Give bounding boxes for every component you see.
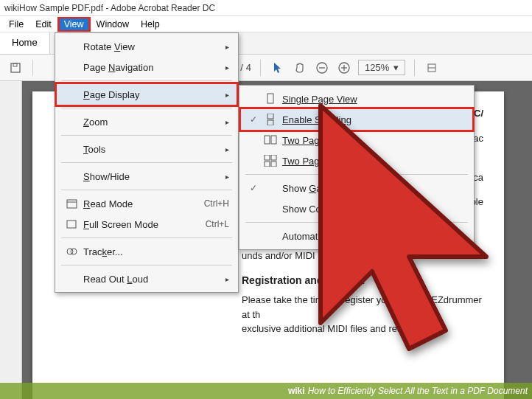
menu-zoom[interactable]: Zoom▸ bbox=[57, 111, 237, 132]
view-dropdown: Rotate View▸ Page Navigation▸ Page Displ… bbox=[55, 32, 239, 293]
submenu-enable-scrolling[interactable]: ✓ Enable Scrolling bbox=[241, 109, 472, 130]
svg-rect-0 bbox=[11, 63, 20, 72]
menu-show-hide[interactable]: Show/Hide▸ bbox=[57, 166, 237, 187]
menu-tools[interactable]: Tools▸ bbox=[57, 139, 237, 159]
svg-rect-20 bbox=[271, 155, 276, 160]
svg-rect-16 bbox=[267, 120, 273, 125]
submenu-single-page[interactable]: Single Page View bbox=[241, 89, 472, 109]
footer-watermark: wiki How to Efficiently Select All the T… bbox=[0, 383, 532, 399]
zoom-in-icon[interactable] bbox=[336, 60, 352, 76]
highlight-view-menu: View bbox=[57, 17, 91, 32]
menu-page-display[interactable]: Page Display▸ bbox=[57, 84, 237, 105]
tab-home[interactable]: Home bbox=[0, 32, 50, 54]
footer-brand: wiki bbox=[288, 386, 305, 396]
svg-rect-22 bbox=[271, 162, 276, 167]
svg-rect-15 bbox=[267, 114, 273, 119]
two-page-scroll-icon bbox=[260, 155, 281, 167]
svg-rect-17 bbox=[265, 136, 270, 144]
menu-help[interactable]: Help bbox=[135, 17, 166, 32]
menu-read-mode[interactable]: Read Mode Ctrl+H bbox=[57, 193, 237, 214]
menu-bar: File Edit View Window Help bbox=[0, 16, 532, 32]
svg-rect-19 bbox=[265, 155, 270, 160]
svg-rect-21 bbox=[265, 162, 270, 167]
check-icon: ✓ bbox=[247, 114, 260, 125]
page-display-submenu: Single Page View ✓ Enable Scrolling Two … bbox=[239, 85, 475, 250]
selection-arrow-icon[interactable] bbox=[270, 60, 286, 76]
svg-rect-11 bbox=[67, 221, 76, 228]
side-gutter bbox=[0, 81, 22, 399]
chevron-down-icon: ▾ bbox=[393, 62, 399, 73]
save-icon[interactable] bbox=[7, 60, 24, 76]
window-titlebar: wikiHow Sample PDF.pdf - Adobe Acrobat R… bbox=[0, 0, 532, 16]
page-total: 4 bbox=[246, 62, 251, 73]
svg-rect-14 bbox=[267, 94, 273, 103]
tracker-icon bbox=[63, 247, 80, 256]
menu-window[interactable]: Window bbox=[91, 17, 135, 32]
full-screen-icon bbox=[63, 220, 80, 229]
single-page-icon bbox=[260, 93, 281, 105]
window-title: wikiHow Sample PDF.pdf - Adobe Acrobat R… bbox=[4, 3, 215, 13]
menu-read-out-loud[interactable]: Read Out Loud▸ bbox=[57, 268, 237, 289]
menu-edit[interactable]: Edit bbox=[29, 17, 57, 32]
doc-heading: Registration and support bbox=[242, 273, 486, 288]
svg-rect-9 bbox=[67, 200, 77, 208]
zoom-value: 125% bbox=[365, 62, 389, 73]
menu-full-screen[interactable]: Full Screen Mode Ctrl+L bbox=[57, 214, 237, 235]
footer-text: How to Efficiently Select All the Text i… bbox=[308, 386, 528, 396]
menu-page-navigation[interactable]: Page Navigation▸ bbox=[57, 57, 237, 77]
fit-width-icon[interactable] bbox=[424, 60, 440, 76]
menu-tracker[interactable]: Tracker... bbox=[57, 241, 237, 262]
check-icon: ✓ bbox=[247, 183, 260, 193]
submenu-show-cover[interactable]: Show Cover Page i bbox=[241, 198, 472, 219]
submenu-two-page[interactable]: Two Page View bbox=[241, 130, 472, 150]
read-mode-icon bbox=[63, 199, 80, 209]
hand-tool-icon[interactable] bbox=[292, 60, 308, 76]
zoom-combo[interactable]: 125% ▾ bbox=[358, 60, 405, 75]
svg-rect-18 bbox=[271, 136, 276, 144]
menu-rotate-view[interactable]: Rotate View▸ bbox=[57, 36, 237, 57]
enable-scrolling-icon bbox=[260, 114, 281, 125]
menu-file[interactable]: File bbox=[3, 17, 29, 32]
submenu-show-gaps[interactable]: ✓ Show Gaps Betwee bbox=[241, 178, 472, 198]
submenu-two-page-scrolling[interactable]: Two Page Scrolling bbox=[241, 150, 472, 171]
two-page-icon bbox=[260, 135, 281, 145]
submenu-auto-scroll[interactable]: Automatically Scrol bbox=[241, 226, 472, 246]
svg-point-13 bbox=[71, 249, 77, 254]
zoom-out-icon[interactable] bbox=[314, 60, 330, 76]
menu-view[interactable]: View bbox=[60, 18, 88, 30]
